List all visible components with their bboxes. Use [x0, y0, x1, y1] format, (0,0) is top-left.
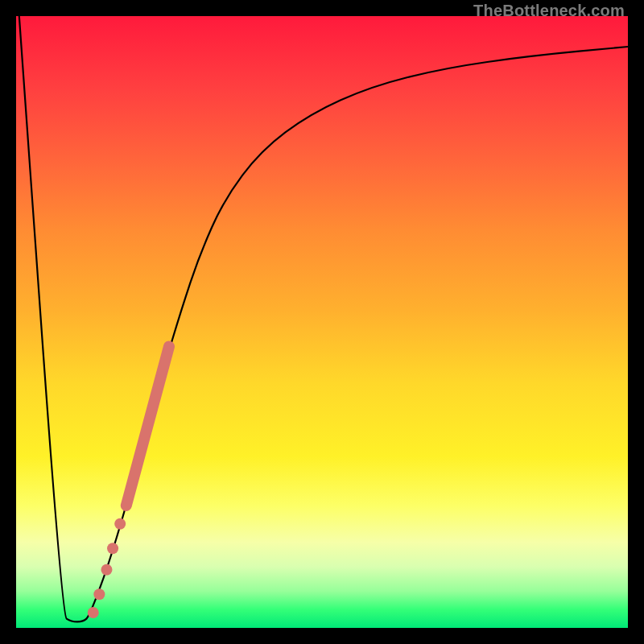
- data-dot: [107, 543, 118, 554]
- data-dot: [114, 518, 126, 530]
- highlight-segment: [126, 346, 169, 506]
- chart-frame: TheBottleneck.com: [0, 0, 644, 644]
- data-dot: [88, 607, 99, 618]
- curve-line: [19, 16, 628, 621]
- data-dot: [101, 564, 112, 576]
- data-dot: [93, 588, 105, 600]
- plot-area: [16, 16, 628, 628]
- chart-svg: [16, 16, 628, 628]
